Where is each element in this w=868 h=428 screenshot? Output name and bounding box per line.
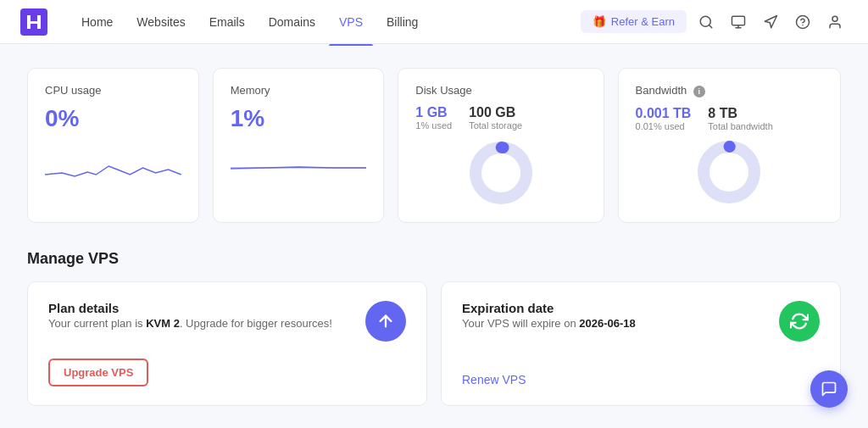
- screens-button[interactable]: [726, 9, 751, 35]
- bandwidth-used-label: 0.01% used: [636, 121, 692, 131]
- nav-item-domains[interactable]: Domains: [259, 10, 326, 34]
- plan-card-desc: Your current plan is KVM 2. Upgrade for …: [48, 315, 332, 332]
- navbar: Home Websites Emails Domains VPS Billing…: [0, 0, 868, 44]
- refer-earn-label: Refer & Earn: [611, 15, 675, 28]
- bandwidth-info-icon[interactable]: i: [693, 86, 705, 97]
- svg-point-12: [704, 147, 754, 197]
- memory-sparkline: [231, 142, 367, 185]
- announcements-button[interactable]: [758, 9, 783, 35]
- upgrade-icon-circle: [365, 301, 406, 342]
- bandwidth-title-text: Bandwidth: [636, 84, 687, 97]
- bandwidth-donut-chart: [695, 138, 763, 206]
- disk-total-label: Total storage: [469, 120, 522, 131]
- memory-title: Memory: [231, 84, 367, 97]
- disk-used-val: 1 GB: [415, 105, 452, 120]
- expiry-card-action: Renew VPS: [462, 353, 820, 386]
- disk-total: 100 GB Total storage: [469, 105, 522, 131]
- bandwidth-card: Bandwidth i 0.001 TB 0.01% used 8 TB Tot…: [618, 68, 841, 223]
- plan-card-title: Plan details: [48, 301, 332, 315]
- plan-card-action: Upgrade VPS: [48, 348, 406, 386]
- expiry-card-desc: Your VPS will expire on 2026-06-18: [462, 315, 636, 332]
- bandwidth-used-val: 0.001 TB: [636, 106, 692, 121]
- nav-item-vps[interactable]: VPS: [329, 10, 373, 34]
- bandwidth-total-label: Total bandwidth: [708, 121, 772, 131]
- help-icon: [795, 14, 810, 30]
- disk-used-label: 1% used: [415, 120, 452, 131]
- megaphone-icon: [763, 14, 778, 30]
- bandwidth-title: Bandwidth i: [636, 84, 823, 97]
- manage-section-title: Manage VPS: [27, 250, 841, 268]
- upgrade-vps-button[interactable]: Upgrade VPS: [48, 359, 148, 386]
- user-account-button[interactable]: [822, 9, 848, 35]
- gift-icon: 🎁: [593, 15, 606, 28]
- expiration-date-card: Expiration date Your VPS will expire on …: [441, 281, 841, 406]
- nav-item-billing[interactable]: Billing: [376, 10, 428, 34]
- refer-earn-button[interactable]: 🎁 Refer & Earn: [581, 10, 687, 33]
- user-icon: [827, 14, 843, 30]
- renew-vps-link[interactable]: Renew VPS: [462, 363, 526, 386]
- navbar-actions: 🎁 Refer & Earn: [581, 9, 848, 35]
- disk-donut-chart: [467, 139, 535, 207]
- bandwidth-total-val: 8 TB: [708, 106, 772, 121]
- logo[interactable]: [20, 8, 47, 36]
- disk-used: 1 GB 1% used: [415, 105, 452, 131]
- nav-item-emails[interactable]: Emails: [199, 10, 255, 34]
- nav-menu: Home Websites Emails Domains VPS Billing: [71, 10, 581, 34]
- disk-card: Disk Usage 1 GB 1% used 100 GB Total sto…: [398, 68, 604, 223]
- cpu-value: 0%: [45, 105, 181, 132]
- refresh-icon: [790, 312, 809, 331]
- renew-icon-circle: [779, 301, 820, 342]
- search-icon: [698, 14, 714, 30]
- cpu-title: CPU usage: [45, 84, 181, 97]
- svg-rect-3: [732, 16, 745, 25]
- svg-line-2: [709, 25, 711, 27]
- plan-card-text: Plan details Your current plan is KVM 2.…: [48, 301, 332, 332]
- help-button[interactable]: [790, 9, 815, 35]
- main-content: CPU usage 0% Memory 1% Disk Usage 1 GB 1…: [0, 44, 868, 428]
- manage-row: Plan details Your current plan is KVM 2.…: [27, 281, 841, 406]
- svg-point-8: [832, 16, 837, 21]
- chat-icon: [821, 381, 837, 397]
- expiry-card-header: Expiration date Your VPS will expire on …: [462, 301, 820, 342]
- nav-item-home[interactable]: Home: [71, 10, 123, 34]
- plan-details-card: Plan details Your current plan is KVM 2.…: [27, 281, 427, 406]
- stats-row: CPU usage 0% Memory 1% Disk Usage 1 GB 1…: [27, 68, 841, 223]
- screens-icon: [731, 14, 746, 30]
- disk-donut-wrap: [415, 139, 586, 207]
- upload-arrow-icon: [376, 312, 395, 331]
- expiry-card-title: Expiration date: [462, 301, 636, 315]
- svg-point-10: [476, 147, 526, 198]
- cpu-sparkline: [45, 142, 181, 185]
- plan-card-header: Plan details Your current plan is KVM 2.…: [48, 301, 406, 342]
- bandwidth-info: 0.001 TB 0.01% used 8 TB Total bandwidth: [636, 106, 823, 131]
- search-button[interactable]: [693, 9, 719, 35]
- expiry-card-text: Expiration date Your VPS will expire on …: [462, 301, 636, 332]
- memory-value: 1%: [231, 105, 367, 132]
- disk-info: 1 GB 1% used 100 GB Total storage: [415, 105, 586, 131]
- memory-card: Memory 1%: [213, 68, 385, 223]
- bandwidth-donut-wrap: [636, 138, 823, 206]
- nav-item-websites[interactable]: Websites: [126, 10, 195, 34]
- cpu-card: CPU usage 0%: [27, 68, 199, 223]
- bandwidth-total: 8 TB Total bandwidth: [708, 106, 772, 131]
- disk-total-val: 100 GB: [469, 105, 522, 120]
- bandwidth-used: 0.001 TB 0.01% used: [636, 106, 692, 131]
- chat-bubble-button[interactable]: [810, 370, 848, 408]
- disk-title: Disk Usage: [415, 84, 586, 97]
